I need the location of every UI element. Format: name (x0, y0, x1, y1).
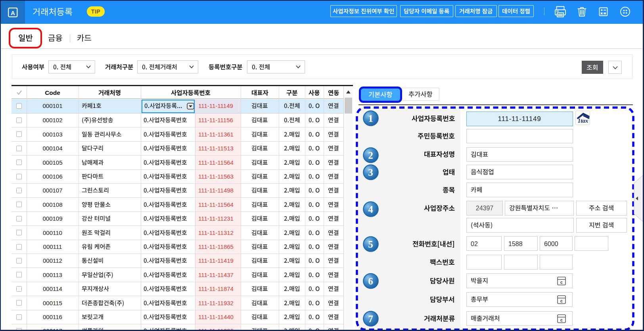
svg-text:A: A (11, 10, 15, 16)
